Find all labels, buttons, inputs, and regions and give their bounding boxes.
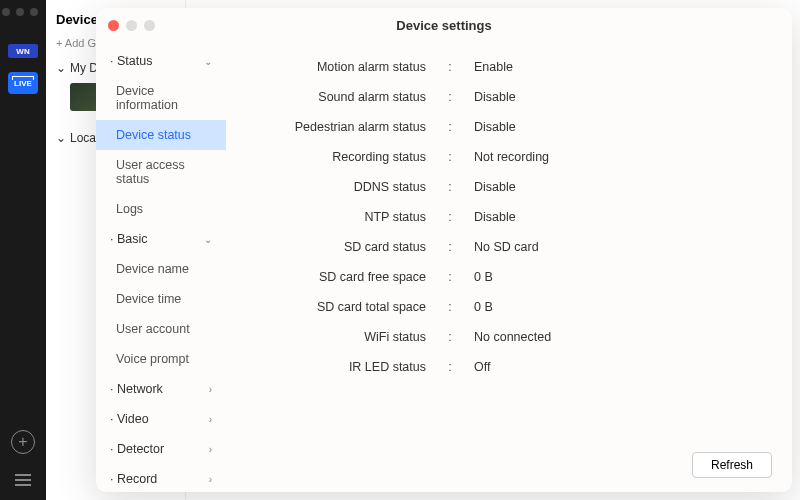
nav-item-logs[interactable]: Logs (96, 194, 226, 224)
refresh-button[interactable]: Refresh (692, 452, 772, 478)
status-colon: : (440, 360, 460, 374)
status-label: Pedestrian alarm status (250, 120, 440, 134)
status-value: 0 B (460, 270, 768, 284)
status-colon: : (440, 60, 460, 74)
status-row: Sound alarm status:Disable (250, 90, 768, 104)
app-window-controls (2, 8, 38, 16)
modal-window-controls (108, 20, 155, 31)
nav-section-record[interactable]: Record› (96, 464, 226, 492)
nav-item-device-information[interactable]: Device information (96, 76, 226, 120)
status-value: Disable (460, 120, 768, 134)
status-colon: : (440, 300, 460, 314)
menu-icon[interactable] (15, 474, 31, 486)
modal-body: Status⌄ Device information Device status… (96, 42, 792, 492)
chevron-right-icon: › (209, 384, 212, 395)
zoom-dot-app[interactable] (30, 8, 38, 16)
status-colon: : (440, 90, 460, 104)
status-value: 0 B (460, 300, 768, 314)
nav-item-device-time[interactable]: Device time (96, 284, 226, 314)
nav-item-voice-prompt[interactable]: Voice prompt (96, 344, 226, 374)
status-value: No SD card (460, 240, 768, 254)
modal-zoom-icon[interactable] (144, 20, 155, 31)
status-value: Disable (460, 90, 768, 104)
status-colon: : (440, 330, 460, 344)
status-row: NTP status:Disable (250, 210, 768, 224)
chevron-down-icon: ⌄ (204, 234, 212, 245)
modal-minimize-icon[interactable] (126, 20, 137, 31)
minimize-dot-app[interactable] (16, 8, 24, 16)
status-colon: : (440, 270, 460, 284)
status-row: DDNS status:Disable (250, 180, 768, 194)
device-settings-modal: Device settings Status⌄ Device informati… (96, 8, 792, 492)
status-value: Enable (460, 60, 768, 74)
status-colon: : (440, 180, 460, 194)
status-label: Sound alarm status (250, 90, 440, 104)
modal-title: Device settings (96, 18, 792, 33)
status-row: Pedestrian alarm status:Disable (250, 120, 768, 134)
app-logo[interactable]: WN (8, 44, 38, 58)
status-label: DDNS status (250, 180, 440, 194)
chevron-down-icon: ⌄ (56, 61, 66, 75)
chevron-down-icon: ⌄ (56, 131, 66, 145)
status-colon: : (440, 240, 460, 254)
status-label: SD card total space (250, 300, 440, 314)
app-sidebar: WN LIVE + (0, 0, 46, 500)
status-label: Recording status (250, 150, 440, 164)
nav-section-video[interactable]: Video› (96, 404, 226, 434)
status-row: IR LED status:Off (250, 360, 768, 374)
status-row: SD card status:No SD card (250, 240, 768, 254)
nav-item-device-name[interactable]: Device name (96, 254, 226, 284)
status-row: Recording status:Not recording (250, 150, 768, 164)
close-dot-app[interactable] (2, 8, 10, 16)
chevron-right-icon: › (209, 414, 212, 425)
chevron-right-icon: › (209, 474, 212, 485)
chevron-right-icon: › (209, 444, 212, 455)
settings-nav: Status⌄ Device information Device status… (96, 42, 226, 492)
status-colon: : (440, 120, 460, 134)
nav-section-status[interactable]: Status⌄ (96, 46, 226, 76)
nav-item-user-access-status[interactable]: User access status (96, 150, 226, 194)
status-colon: : (440, 210, 460, 224)
nav-section-detector[interactable]: Detector› (96, 434, 226, 464)
status-row: SD card total space:0 B (250, 300, 768, 314)
status-row: SD card free space:0 B (250, 270, 768, 284)
status-label: SD card free space (250, 270, 440, 284)
status-content: Motion alarm status:EnableSound alarm st… (226, 42, 792, 492)
live-tab-icon[interactable]: LIVE (8, 72, 38, 94)
status-label: SD card status (250, 240, 440, 254)
modal-close-icon[interactable] (108, 20, 119, 31)
status-value: No connected (460, 330, 768, 344)
status-row: WiFi status:No connected (250, 330, 768, 344)
status-label: Motion alarm status (250, 60, 440, 74)
status-label: IR LED status (250, 360, 440, 374)
nav-section-basic[interactable]: Basic⌄ (96, 224, 226, 254)
status-colon: : (440, 150, 460, 164)
nav-item-device-status[interactable]: Device status (96, 120, 226, 150)
status-row: Motion alarm status:Enable (250, 60, 768, 74)
chevron-down-icon: ⌄ (204, 56, 212, 67)
status-label: NTP status (250, 210, 440, 224)
nav-item-user-account[interactable]: User account (96, 314, 226, 344)
status-value: Off (460, 360, 768, 374)
nav-section-network[interactable]: Network› (96, 374, 226, 404)
status-value: Not recording (460, 150, 768, 164)
status-label: WiFi status (250, 330, 440, 344)
status-value: Disable (460, 180, 768, 194)
add-button[interactable]: + (11, 430, 35, 454)
modal-header: Device settings (96, 8, 792, 42)
status-value: Disable (460, 210, 768, 224)
